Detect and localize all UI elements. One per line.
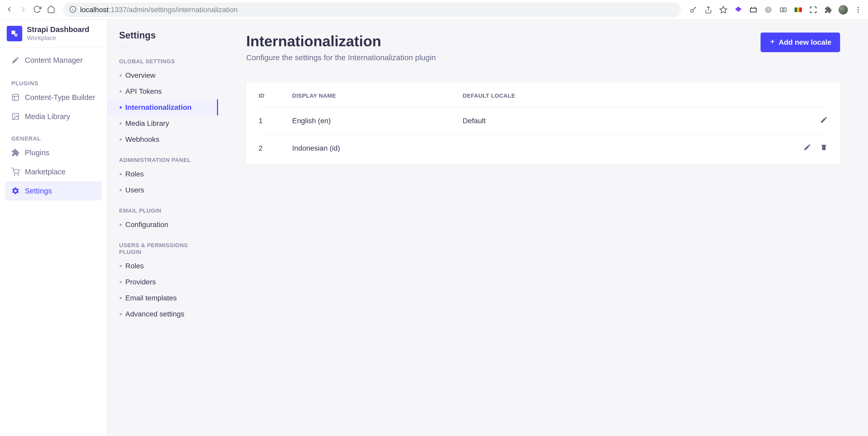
cell-default-locale bbox=[463, 134, 792, 162]
subnav-group-label: GLOBAL SETTINGS bbox=[107, 49, 218, 67]
address-bar[interactable]: localhost:1337/admin/settings/internatio… bbox=[63, 3, 681, 17]
bookmark-star-icon[interactable] bbox=[719, 5, 728, 14]
subnav-item-media-library[interactable]: Media Library bbox=[107, 116, 218, 131]
subnav-group-label: USERS & PERMISSIONS PLUGIN bbox=[107, 233, 218, 258]
subnav-item-internationalization[interactable]: Internationalization bbox=[107, 99, 218, 116]
settings-subnav: Settings GLOBAL SETTINGSOverviewAPI Toke… bbox=[107, 20, 218, 436]
home-icon[interactable] bbox=[47, 5, 55, 14]
subnav-item-providers[interactable]: Providers bbox=[107, 274, 218, 290]
page-title: Internationalization bbox=[246, 33, 436, 50]
extension-icon-5[interactable] bbox=[794, 5, 803, 14]
extension-icon-4[interactable] bbox=[779, 5, 788, 14]
nav-media-library[interactable]: Media Library bbox=[0, 107, 107, 126]
extensions-puzzle-icon[interactable] bbox=[824, 5, 833, 14]
table-row[interactable]: 2Indonesian (id) bbox=[258, 134, 828, 162]
nav-settings[interactable]: Settings bbox=[5, 181, 102, 200]
svg-point-3 bbox=[690, 9, 693, 12]
brand-header[interactable]: Strapi Dashboard Workplace bbox=[0, 20, 107, 48]
subnav-item-label: Webhooks bbox=[125, 135, 159, 144]
table-row[interactable]: 1English (en)Default bbox=[258, 107, 828, 134]
svg-point-12 bbox=[858, 11, 859, 13]
nav-label: Content Manager bbox=[25, 56, 83, 65]
svg-point-19 bbox=[14, 115, 15, 116]
locales-table-card: ID DISPLAY NAME DEFAULT LOCALE 1English … bbox=[246, 82, 840, 164]
info-icon[interactable] bbox=[69, 6, 76, 14]
edit-icon[interactable] bbox=[820, 116, 828, 126]
subnav-item-email-templates[interactable]: Email templates bbox=[107, 290, 218, 306]
subnav-item-label: Configuration bbox=[125, 221, 168, 229]
delete-icon[interactable] bbox=[820, 143, 828, 153]
reload-icon[interactable] bbox=[33, 5, 41, 14]
bullet-icon bbox=[120, 122, 122, 124]
col-header-id: ID bbox=[258, 82, 292, 107]
layout-icon bbox=[11, 93, 20, 101]
nav-content-type-builder[interactable]: Content-Type Builder bbox=[0, 88, 107, 107]
bullet-icon bbox=[120, 106, 122, 108]
back-icon[interactable] bbox=[5, 5, 13, 14]
subnav-item-overview[interactable]: Overview bbox=[107, 67, 218, 84]
subnav-item-label: API Tokens bbox=[125, 87, 162, 96]
nav-marketplace[interactable]: Marketplace bbox=[0, 162, 107, 181]
browser-toolbar: localhost:1337/admin/settings/internatio… bbox=[0, 0, 868, 20]
url-text: localhost:1337/admin/settings/internatio… bbox=[80, 6, 238, 14]
strapi-logo-icon bbox=[7, 26, 22, 41]
extension-icon-2[interactable] bbox=[749, 5, 758, 14]
forward-icon bbox=[19, 5, 27, 14]
nav-plugins[interactable]: Plugins bbox=[0, 143, 107, 162]
bullet-icon bbox=[120, 138, 122, 141]
share-icon[interactable] bbox=[704, 5, 713, 14]
col-header-default-locale: DEFAULT LOCALE bbox=[463, 82, 792, 107]
add-locale-button[interactable]: Add new locale bbox=[761, 33, 840, 52]
subnav-item-api-tokens[interactable]: API Tokens bbox=[107, 84, 218, 99]
main-sidebar: Strapi Dashboard Workplace Content Manag… bbox=[0, 20, 107, 436]
nav-label: Media Library bbox=[25, 112, 70, 121]
profile-avatar[interactable] bbox=[839, 5, 848, 14]
col-header-display-name: DISPLAY NAME bbox=[292, 82, 463, 107]
bullet-icon bbox=[120, 224, 122, 226]
cell-id: 2 bbox=[258, 134, 292, 162]
svg-point-9 bbox=[782, 9, 784, 11]
subnav-item-label: Users bbox=[125, 186, 144, 194]
extension-icon-1[interactable] bbox=[734, 5, 743, 14]
svg-marker-5 bbox=[720, 6, 727, 13]
bullet-icon bbox=[120, 265, 122, 267]
cell-default-locale: Default bbox=[463, 107, 792, 134]
kebab-menu-icon[interactable] bbox=[854, 5, 863, 14]
subnav-item-roles[interactable]: Roles bbox=[107, 166, 218, 182]
svg-point-20 bbox=[14, 175, 15, 176]
puzzle-icon bbox=[11, 149, 20, 157]
nav-section-plugins: PLUGINS bbox=[0, 80, 107, 87]
button-label: Add new locale bbox=[779, 38, 831, 46]
svg-rect-8 bbox=[780, 8, 786, 11]
key-icon[interactable] bbox=[689, 5, 698, 14]
cell-display-name: Indonesian (id) bbox=[292, 134, 463, 162]
nav-content-manager[interactable]: Content Manager bbox=[0, 50, 107, 71]
subnav-item-label: Providers bbox=[125, 278, 156, 286]
brand-title: Strapi Dashboard bbox=[27, 25, 89, 34]
nav-label: Plugins bbox=[25, 149, 49, 157]
divider bbox=[119, 46, 129, 47]
subnav-item-configuration[interactable]: Configuration bbox=[107, 217, 218, 233]
subnav-group-label: EMAIL PLUGIN bbox=[107, 198, 218, 217]
extension-icon-6[interactable] bbox=[809, 5, 818, 14]
subnav-item-label: Roles bbox=[125, 262, 144, 270]
bullet-icon bbox=[120, 74, 122, 76]
subnav-item-webhooks[interactable]: Webhooks bbox=[107, 131, 218, 148]
nav-label: Content-Type Builder bbox=[25, 93, 95, 102]
extension-icon-3[interactable] bbox=[764, 5, 773, 14]
main-content: Internationalization Configure the setti… bbox=[218, 20, 868, 436]
cart-icon bbox=[11, 168, 20, 176]
plus-icon bbox=[769, 38, 776, 46]
subnav-item-advanced-settings[interactable]: Advanced settings bbox=[107, 306, 218, 322]
cell-display-name: English (en) bbox=[292, 107, 463, 134]
nav-label: Marketplace bbox=[25, 168, 66, 176]
subnav-item-users[interactable]: Users bbox=[107, 182, 218, 198]
edit-icon[interactable] bbox=[803, 143, 811, 153]
cell-id: 1 bbox=[258, 107, 292, 134]
svg-rect-15 bbox=[12, 94, 19, 100]
subnav-item-label: Media Library bbox=[125, 119, 169, 128]
subnav-item-label: Overview bbox=[125, 71, 156, 80]
subnav-item-roles[interactable]: Roles bbox=[107, 258, 218, 274]
subnav-title: Settings bbox=[107, 26, 218, 41]
browser-actions bbox=[689, 5, 863, 14]
